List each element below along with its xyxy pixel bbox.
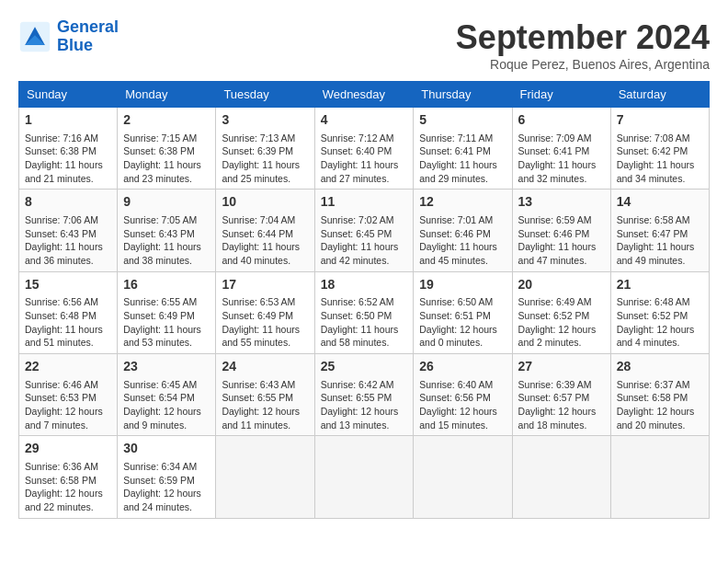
day-info: Sunrise: 6:42 AM Sunset: 6:55 PM Dayligh…	[321, 378, 408, 432]
day-info: Sunrise: 6:48 AM Sunset: 6:52 PM Dayligh…	[617, 295, 703, 350]
calendar-cell: 15Sunrise: 6:56 AM Sunset: 6:48 PM Dayli…	[19, 271, 118, 353]
calendar-cell: 16Sunrise: 6:55 AM Sunset: 6:49 PM Dayli…	[118, 271, 216, 353]
day-number: 17	[222, 276, 308, 294]
calendar-cell: 29Sunrise: 6:36 AM Sunset: 6:58 PM Dayli…	[19, 436, 118, 518]
day-number: 28	[617, 358, 703, 376]
day-number: 22	[25, 358, 111, 376]
day-number: 20	[518, 276, 605, 294]
day-info: Sunrise: 6:39 AM Sunset: 6:57 PM Dayligh…	[518, 378, 605, 432]
day-info: Sunrise: 6:52 AM Sunset: 6:50 PM Dayligh…	[321, 295, 408, 350]
day-info: Sunrise: 7:04 AM Sunset: 6:44 PM Dayligh…	[222, 213, 308, 268]
header-sunday: Sunday	[19, 82, 118, 108]
week-row-3: 15Sunrise: 6:56 AM Sunset: 6:48 PM Dayli…	[19, 271, 710, 353]
day-info: Sunrise: 6:37 AM Sunset: 6:58 PM Dayligh…	[617, 378, 703, 432]
day-info: Sunrise: 7:02 AM Sunset: 6:45 PM Dayligh…	[321, 213, 408, 268]
day-number: 19	[419, 276, 506, 294]
day-info: Sunrise: 6:49 AM Sunset: 6:52 PM Dayligh…	[518, 295, 605, 350]
day-number: 25	[321, 358, 408, 376]
day-info: Sunrise: 6:36 AM Sunset: 6:58 PM Dayligh…	[25, 460, 111, 514]
calendar-cell: 2Sunrise: 7:15 AM Sunset: 6:38 PM Daylig…	[118, 108, 216, 190]
calendar-cell	[512, 436, 610, 518]
day-number: 29	[25, 440, 111, 458]
day-info: Sunrise: 7:13 AM Sunset: 6:39 PM Dayligh…	[222, 132, 308, 186]
day-number: 15	[25, 276, 111, 294]
day-number: 16	[123, 276, 210, 294]
day-info: Sunrise: 7:05 AM Sunset: 6:43 PM Dayligh…	[123, 213, 210, 268]
day-number: 11	[321, 193, 408, 212]
calendar-cell: 11Sunrise: 7:02 AM Sunset: 6:45 PM Dayli…	[314, 190, 414, 271]
day-number: 5	[419, 111, 506, 130]
logo-text: General Blue	[57, 18, 119, 55]
day-info: Sunrise: 7:15 AM Sunset: 6:38 PM Dayligh…	[123, 132, 210, 186]
day-info: Sunrise: 6:40 AM Sunset: 6:56 PM Dayligh…	[419, 378, 506, 432]
day-number: 9	[123, 193, 210, 212]
location: Roque Perez, Buenos Aires, Argentina	[456, 57, 710, 72]
page-header: General Blue September 2024 Roque Perez,…	[18, 18, 710, 72]
week-row-1: 1Sunrise: 7:16 AM Sunset: 6:38 PM Daylig…	[19, 108, 710, 190]
header-friday: Friday	[512, 82, 610, 108]
calendar-cell	[414, 436, 512, 518]
day-info: Sunrise: 6:59 AM Sunset: 6:46 PM Dayligh…	[518, 213, 605, 268]
day-number: 4	[321, 111, 408, 130]
calendar-cell	[314, 436, 414, 518]
day-number: 26	[419, 358, 506, 376]
calendar-cell: 22Sunrise: 6:46 AM Sunset: 6:53 PM Dayli…	[19, 354, 118, 436]
title-block: September 2024 Roque Perez, Buenos Aires…	[456, 18, 710, 72]
day-number: 30	[123, 440, 210, 458]
calendar-cell: 30Sunrise: 6:34 AM Sunset: 6:59 PM Dayli…	[118, 436, 216, 518]
day-number: 7	[617, 111, 703, 130]
calendar-cell: 26Sunrise: 6:40 AM Sunset: 6:56 PM Dayli…	[414, 354, 512, 436]
day-number: 10	[222, 193, 308, 212]
day-number: 8	[25, 193, 111, 212]
calendar-cell: 21Sunrise: 6:48 AM Sunset: 6:52 PM Dayli…	[610, 271, 709, 353]
day-number: 23	[123, 358, 210, 376]
day-number: 1	[25, 111, 111, 130]
day-info: Sunrise: 7:11 AM Sunset: 6:41 PM Dayligh…	[419, 132, 506, 186]
calendar-cell	[216, 436, 314, 518]
day-info: Sunrise: 6:43 AM Sunset: 6:55 PM Dayligh…	[222, 378, 308, 432]
day-number: 3	[222, 111, 308, 130]
calendar-cell: 14Sunrise: 6:58 AM Sunset: 6:47 PM Dayli…	[610, 190, 709, 271]
calendar-cell: 1Sunrise: 7:16 AM Sunset: 6:38 PM Daylig…	[19, 108, 118, 190]
day-number: 18	[321, 276, 408, 294]
calendar-header-row: SundayMondayTuesdayWednesdayThursdayFrid…	[19, 82, 710, 108]
calendar-cell: 5Sunrise: 7:11 AM Sunset: 6:41 PM Daylig…	[414, 108, 512, 190]
day-info: Sunrise: 7:16 AM Sunset: 6:38 PM Dayligh…	[25, 132, 111, 186]
logo-icon	[18, 20, 51, 53]
logo-line2: Blue	[57, 36, 93, 54]
day-info: Sunrise: 7:09 AM Sunset: 6:41 PM Dayligh…	[518, 132, 605, 186]
day-number: 12	[419, 193, 506, 212]
day-number: 2	[123, 111, 210, 130]
calendar-cell: 12Sunrise: 7:01 AM Sunset: 6:46 PM Dayli…	[414, 190, 512, 271]
week-row-2: 8Sunrise: 7:06 AM Sunset: 6:43 PM Daylig…	[19, 190, 710, 271]
calendar-cell: 20Sunrise: 6:49 AM Sunset: 6:52 PM Dayli…	[512, 271, 610, 353]
calendar-cell: 17Sunrise: 6:53 AM Sunset: 6:49 PM Dayli…	[216, 271, 314, 353]
calendar-cell: 9Sunrise: 7:05 AM Sunset: 6:43 PM Daylig…	[118, 190, 216, 271]
day-info: Sunrise: 6:55 AM Sunset: 6:49 PM Dayligh…	[123, 295, 210, 350]
day-info: Sunrise: 7:06 AM Sunset: 6:43 PM Dayligh…	[25, 213, 111, 268]
calendar-cell: 18Sunrise: 6:52 AM Sunset: 6:50 PM Dayli…	[314, 271, 414, 353]
day-info: Sunrise: 7:08 AM Sunset: 6:42 PM Dayligh…	[617, 132, 703, 186]
calendar-cell: 27Sunrise: 6:39 AM Sunset: 6:57 PM Dayli…	[512, 354, 610, 436]
week-row-4: 22Sunrise: 6:46 AM Sunset: 6:53 PM Dayli…	[19, 354, 710, 436]
calendar-cell: 25Sunrise: 6:42 AM Sunset: 6:55 PM Dayli…	[314, 354, 414, 436]
day-info: Sunrise: 6:45 AM Sunset: 6:54 PM Dayligh…	[123, 378, 210, 432]
month-title: September 2024	[456, 18, 710, 57]
calendar-cell: 8Sunrise: 7:06 AM Sunset: 6:43 PM Daylig…	[19, 190, 118, 271]
calendar-cell: 28Sunrise: 6:37 AM Sunset: 6:58 PM Dayli…	[610, 354, 709, 436]
calendar-cell: 19Sunrise: 6:50 AM Sunset: 6:51 PM Dayli…	[414, 271, 512, 353]
calendar-cell: 7Sunrise: 7:08 AM Sunset: 6:42 PM Daylig…	[610, 108, 709, 190]
header-saturday: Saturday	[610, 82, 709, 108]
logo-line1: General	[57, 17, 119, 36]
day-number: 27	[518, 358, 605, 376]
day-number: 6	[518, 111, 605, 130]
day-info: Sunrise: 7:01 AM Sunset: 6:46 PM Dayligh…	[419, 213, 506, 268]
calendar-table: SundayMondayTuesdayWednesdayThursdayFrid…	[18, 81, 710, 519]
day-info: Sunrise: 6:58 AM Sunset: 6:47 PM Dayligh…	[617, 213, 703, 268]
header-tuesday: Tuesday	[216, 82, 314, 108]
calendar-cell: 3Sunrise: 7:13 AM Sunset: 6:39 PM Daylig…	[216, 108, 314, 190]
logo: General Blue	[18, 18, 119, 55]
week-row-5: 29Sunrise: 6:36 AM Sunset: 6:58 PM Dayli…	[19, 436, 710, 518]
calendar-cell: 13Sunrise: 6:59 AM Sunset: 6:46 PM Dayli…	[512, 190, 610, 271]
calendar-cell: 23Sunrise: 6:45 AM Sunset: 6:54 PM Dayli…	[118, 354, 216, 436]
